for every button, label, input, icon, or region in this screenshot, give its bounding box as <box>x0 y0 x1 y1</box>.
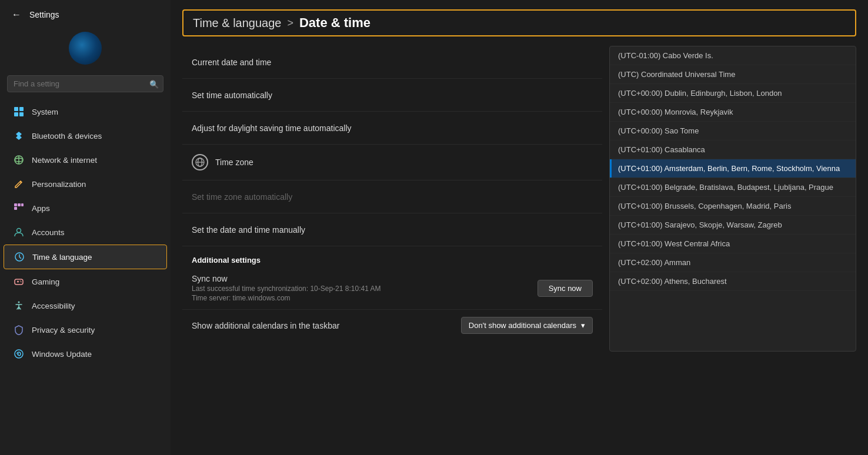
settings-list: Current date and time Set time automatic… <box>182 46 605 446</box>
svg-rect-3 <box>19 112 24 116</box>
svg-rect-7 <box>18 203 21 206</box>
breadcrumb-separator: > <box>287 17 293 29</box>
sidebar-item-personalization[interactable]: Personalization <box>4 172 167 196</box>
svg-rect-0 <box>14 107 18 111</box>
sync-info: Sync now Last successful time synchroniz… <box>192 274 381 302</box>
setting-row-timezone[interactable]: Time zone <box>182 145 602 180</box>
apps-icon <box>13 202 25 214</box>
setting-row-current-date[interactable]: Current date and time <box>182 46 602 79</box>
avatar <box>69 32 102 65</box>
sidebar-item-label-bluetooth: Bluetooth & devices <box>32 132 102 140</box>
accounts-icon <box>13 226 25 238</box>
timezone-item[interactable]: (UTC+00:00) Sao Tome <box>610 122 856 140</box>
setting-row-set-time-auto[interactable]: Set time automatically <box>182 79 602 112</box>
setting-label-set-date-manual: Set the date and time manually <box>192 225 305 235</box>
sidebar-item-label-system: System <box>32 108 58 116</box>
calendar-dropdown-label: Don't show additional calendars <box>469 321 576 330</box>
sidebar-item-apps[interactable]: Apps <box>4 196 167 220</box>
sidebar: ← Settings 🔍 System Bluetooth & devices <box>0 0 171 455</box>
sidebar-item-label-personalization: Personalization <box>32 180 86 189</box>
sync-detail1: Last successful time synchronization: 10… <box>192 285 381 293</box>
timezone-item[interactable]: (UTC+00:00) Dublin, Edinburgh, Lisbon, L… <box>610 84 856 103</box>
sidebar-title: Settings <box>29 10 59 19</box>
bluetooth-icon <box>13 130 25 142</box>
calendar-dropdown-button[interactable]: Don't show additional calendars ▾ <box>461 317 593 334</box>
timezone-globe-icon <box>192 154 208 170</box>
sidebar-item-label-privacy: Privacy & security <box>32 326 95 334</box>
privacy-icon <box>13 324 25 336</box>
sidebar-item-bluetooth[interactable]: Bluetooth & devices <box>4 124 167 148</box>
sidebar-item-label-accounts: Accounts <box>32 228 65 237</box>
setting-row-set-date-manual[interactable]: Set the date and time manually <box>182 213 602 246</box>
setting-label-current-date: Current date and time <box>192 58 271 67</box>
setting-label-timezone: Time zone <box>215 158 253 167</box>
timezone-item[interactable]: (UTC+01:00) Amsterdam, Berlin, Bern, Rom… <box>610 159 856 178</box>
accessibility-icon <box>13 300 25 312</box>
sync-row: Sync now Last successful time synchroniz… <box>182 267 602 310</box>
sync-detail2: Time server: time.windows.com <box>192 294 381 302</box>
sidebar-item-label-network: Network & internet <box>32 156 97 165</box>
sidebar-item-label-accessibility: Accessibility <box>32 302 75 310</box>
system-icon <box>13 106 25 118</box>
timezone-item[interactable]: (UTC+02:00) Amman <box>610 253 856 272</box>
sync-title: Sync now <box>192 274 381 283</box>
sidebar-nav: System Bluetooth & devices Network & int… <box>0 99 171 366</box>
additional-settings-label: Additional settings <box>182 251 602 267</box>
svg-rect-1 <box>19 107 24 111</box>
timezone-label-container: Time zone <box>192 154 253 170</box>
sidebar-header: ← Settings <box>0 0 171 27</box>
breadcrumb-parent: Time & language <box>193 16 281 30</box>
timezone-item[interactable]: (UTC+01:00) Belgrade, Bratislava, Budape… <box>610 178 856 197</box>
setting-row-set-timezone-auto: Set time zone automatically <box>182 180 602 213</box>
sync-now-button[interactable]: Sync now <box>538 280 593 297</box>
time-icon <box>14 251 25 263</box>
sidebar-item-label-update: Windows Update <box>32 350 92 359</box>
search-input[interactable] <box>7 75 163 92</box>
setting-row-daylight[interactable]: Adjust for daylight saving time automati… <box>182 112 602 145</box>
update-icon <box>13 348 25 360</box>
svg-rect-6 <box>14 203 17 206</box>
sidebar-item-accounts[interactable]: Accounts <box>4 220 167 244</box>
network-icon <box>13 154 25 166</box>
svg-point-16 <box>21 282 22 283</box>
svg-rect-2 <box>14 112 18 116</box>
timezone-item[interactable]: (UTC+01:00) Casablanca <box>610 140 856 159</box>
personalization-icon <box>13 178 25 190</box>
timezone-item[interactable]: (UTC+01:00) Sarajevo, Skopje, Warsaw, Za… <box>610 216 856 235</box>
breadcrumb-current: Date & time <box>299 15 370 31</box>
timezone-item[interactable]: (UTC+01:00) Brussels, Copenhagen, Madrid… <box>610 197 856 216</box>
search-wrapper: 🔍 <box>7 75 163 92</box>
svg-point-17 <box>18 302 20 303</box>
sidebar-item-label-apps: Apps <box>32 204 50 213</box>
svg-point-15 <box>20 280 21 282</box>
svg-rect-8 <box>21 203 24 206</box>
timezone-item[interactable]: (UTC+00:00) Monrovia, Reykjavik <box>610 103 856 122</box>
setting-label-set-time-auto: Set time automatically <box>192 91 272 100</box>
calendar-dropdown-icon: ▾ <box>581 321 585 330</box>
sidebar-item-system[interactable]: System <box>4 100 167 123</box>
calendar-label: Show additional calendars in the taskbar <box>192 321 339 330</box>
timezone-item[interactable]: (UTC+02:00) Athens, Bucharest <box>610 272 856 291</box>
timezone-item[interactable]: (UTC+01:00) West Central Africa <box>610 235 856 253</box>
calendar-row: Show additional calendars in the taskbar… <box>182 310 602 341</box>
sidebar-item-update[interactable]: Windows Update <box>4 342 167 366</box>
timezone-panel[interactable]: (UTC-01:00) Cabo Verde Is.(UTC) Coordina… <box>609 46 856 352</box>
gaming-icon <box>13 276 25 287</box>
sidebar-item-accessibility[interactable]: Accessibility <box>4 294 167 317</box>
sidebar-item-label-time: Time & language <box>32 253 92 262</box>
sidebar-item-time[interactable]: Time & language <box>4 245 167 269</box>
setting-label-set-timezone-auto: Set time zone automatically <box>192 192 292 202</box>
back-button[interactable]: ← <box>9 7 24 22</box>
search-container: 🔍 <box>0 72 171 99</box>
sidebar-item-label-gaming: Gaming <box>32 277 59 286</box>
sidebar-item-gaming[interactable]: Gaming <box>4 270 167 293</box>
sidebar-item-privacy[interactable]: Privacy & security <box>4 318 167 342</box>
additional-settings: Additional settings Sync now Last succes… <box>182 251 602 341</box>
svg-rect-9 <box>14 207 17 210</box>
timezone-item[interactable]: (UTC-01:00) Cabo Verde Is. <box>610 46 856 65</box>
breadcrumb: Time & language > Date & time <box>182 9 856 36</box>
content-area: Current date and time Set time automatic… <box>182 46 856 446</box>
setting-label-daylight: Adjust for daylight saving time automati… <box>192 123 352 133</box>
timezone-item[interactable]: (UTC) Coordinated Universal Time <box>610 65 856 84</box>
sidebar-item-network[interactable]: Network & internet <box>4 148 167 172</box>
